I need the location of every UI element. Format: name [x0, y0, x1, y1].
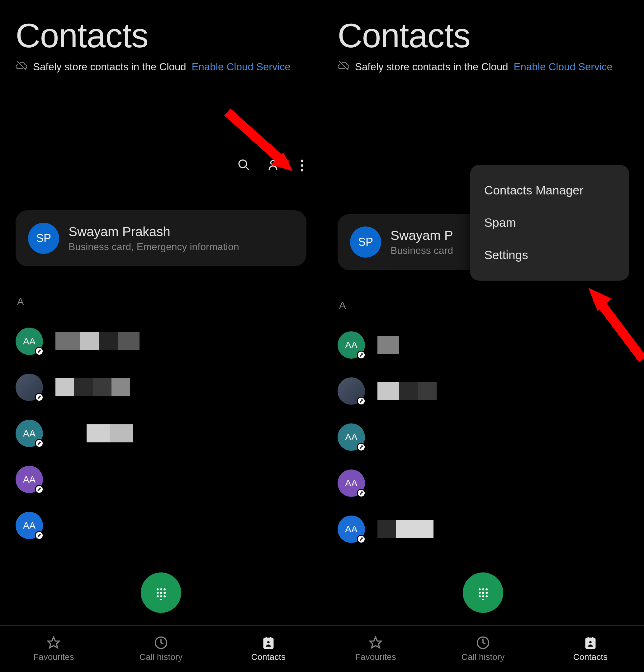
profile-avatar: SP	[28, 223, 59, 254]
contact-avatar: AA	[338, 516, 365, 543]
contact-avatar: AA	[338, 331, 365, 359]
nav-favourites[interactable]: Favourites	[0, 626, 107, 672]
link-badge-icon	[35, 393, 44, 401]
svg-point-27	[478, 588, 480, 590]
profile-card[interactable]: SP Swayam Prakash Business card, Emergen…	[15, 210, 306, 266]
contact-avatar	[338, 377, 365, 405]
nav-contacts[interactable]: Contacts	[214, 626, 322, 672]
svg-point-28	[482, 588, 484, 590]
nav-label: Favourites	[355, 652, 396, 662]
svg-point-35	[485, 595, 488, 597]
svg-marker-18	[48, 637, 59, 648]
nav-label: Contacts	[573, 652, 608, 662]
link-badge-icon	[357, 535, 366, 543]
contact-avatar: AA	[15, 328, 43, 355]
profile-text: Swayam P Business card	[390, 228, 453, 256]
menu-spam[interactable]: Spam	[470, 207, 629, 239]
profile-subtitle: Business card, Emergency information	[69, 241, 239, 253]
nav-label: Call history	[140, 652, 183, 662]
contact-avatar: AA	[15, 466, 43, 493]
contact-list: AA AA	[0, 318, 322, 549]
svg-point-36	[482, 599, 484, 600]
overflow-menu: Contacts Manager Spam Settings	[470, 165, 629, 280]
contact-row[interactable]: AA	[338, 414, 629, 460]
svg-point-13	[164, 592, 166, 594]
nav-label: Favourites	[33, 652, 74, 662]
svg-point-17	[160, 599, 162, 600]
contact-name-redacted	[377, 520, 433, 538]
contact-avatar: AA	[338, 423, 365, 451]
link-badge-icon	[35, 531, 44, 540]
contact-name-redacted	[86, 424, 133, 442]
nav-label: Contacts	[251, 652, 285, 662]
profile-avatar: SP	[350, 227, 381, 257]
contact-row[interactable]: AA	[338, 460, 629, 506]
dialpad-fab[interactable]	[141, 573, 181, 613]
svg-point-30	[478, 592, 480, 594]
contact-row[interactable]: AA	[15, 502, 306, 549]
profile-subtitle: Business card	[390, 245, 453, 256]
svg-point-15	[160, 595, 162, 597]
link-badge-icon	[357, 443, 366, 452]
cloud-enable-link[interactable]: Enable Cloud Service	[514, 61, 612, 73]
nav-favourites[interactable]: Favourites	[322, 626, 430, 672]
link-badge-icon	[35, 485, 44, 494]
page-title: Contacts	[338, 15, 629, 55]
contact-row[interactable]	[15, 364, 306, 410]
cloud-banner: Safely store contacts in the Cloud Enabl…	[15, 60, 306, 74]
nav-contacts[interactable]: Contacts	[537, 626, 644, 672]
svg-point-14	[156, 595, 159, 597]
svg-point-33	[478, 595, 480, 597]
profile-name: Swayam P	[390, 228, 453, 243]
phone-screen-left: Contacts Safely store contacts in the Cl…	[0, 0, 322, 672]
contact-row[interactable]: AA	[15, 410, 306, 456]
cloud-off-icon	[15, 60, 27, 74]
cloud-banner: Safely store contacts in the Cloud Enabl…	[338, 60, 629, 74]
link-badge-icon	[35, 347, 44, 356]
cloud-banner-text: Safely store contacts in the Cloud	[355, 61, 508, 73]
svg-line-6	[227, 112, 286, 165]
menu-contacts-manager[interactable]: Contacts Manager	[470, 174, 629, 207]
svg-point-16	[164, 595, 166, 597]
link-badge-icon	[35, 439, 44, 448]
bottom-nav: Favourites Call history Contacts	[0, 625, 322, 672]
contact-row[interactable]: AA	[15, 456, 306, 502]
nav-label: Call history	[461, 652, 504, 662]
bottom-nav: Favourites Call history Contacts	[322, 625, 644, 672]
annotation-arrow	[571, 281, 644, 376]
svg-point-9	[160, 588, 162, 590]
section-header-a: A	[0, 266, 322, 318]
avatar-initials: SP	[36, 232, 51, 245]
cloud-banner-text: Safely store contacts in the Cloud	[33, 61, 186, 73]
svg-marker-37	[370, 637, 382, 648]
contact-row[interactable]: AA	[15, 318, 306, 364]
avatar-initials: SP	[358, 236, 373, 249]
link-badge-icon	[357, 489, 366, 497]
annotation-arrow	[218, 106, 312, 185]
profile-text: Swayam Prakash Business card, Emergency …	[69, 224, 239, 253]
link-badge-icon	[357, 351, 366, 359]
contact-name-redacted	[377, 382, 437, 400]
svg-point-12	[160, 592, 162, 594]
svg-point-29	[485, 588, 488, 590]
dialpad-fab[interactable]	[463, 573, 503, 613]
link-badge-icon	[357, 397, 366, 405]
menu-settings[interactable]: Settings	[470, 239, 629, 271]
svg-point-31	[482, 592, 484, 594]
contact-avatar: AA	[15, 420, 43, 447]
contact-avatar: AA	[338, 469, 365, 497]
svg-point-34	[482, 595, 484, 597]
cloud-off-icon	[338, 60, 349, 74]
header: Contacts Safely store contacts in the Cl…	[0, 0, 322, 74]
svg-line-25	[596, 297, 643, 359]
contact-name-redacted	[56, 378, 130, 396]
svg-point-10	[164, 588, 166, 590]
svg-point-8	[156, 588, 159, 590]
nav-call-history[interactable]: Call history	[107, 626, 215, 672]
svg-point-32	[485, 592, 488, 594]
nav-call-history[interactable]: Call history	[430, 626, 537, 672]
contact-avatar: AA	[15, 512, 43, 539]
cloud-enable-link[interactable]: Enable Cloud Service	[192, 61, 291, 73]
svg-point-11	[156, 592, 159, 594]
contact-row[interactable]: AA	[338, 506, 629, 552]
